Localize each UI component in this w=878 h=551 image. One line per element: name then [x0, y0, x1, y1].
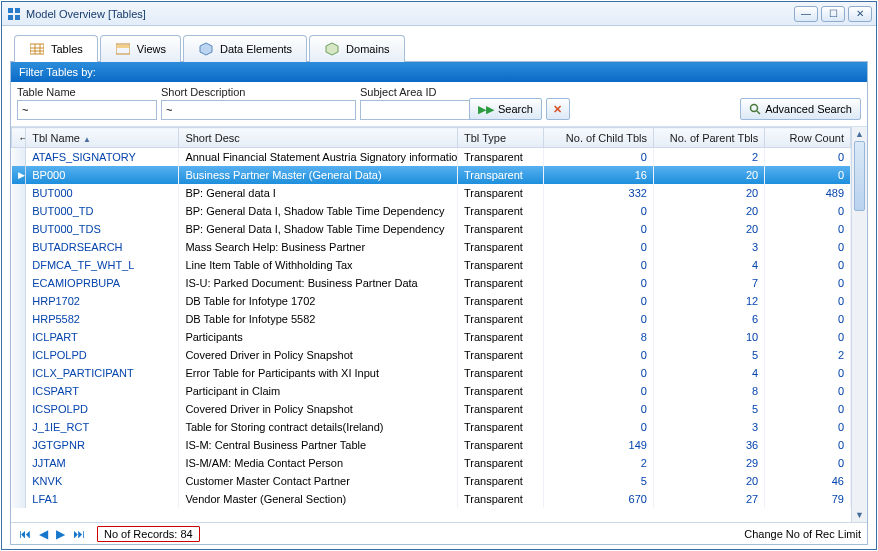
cell-parent[interactable]: 27: [653, 490, 764, 508]
change-rec-limit-link[interactable]: Change No of Rec Limit: [744, 528, 861, 540]
cell-rows[interactable]: 0: [765, 202, 851, 220]
cell-child[interactable]: 0: [543, 220, 653, 238]
cell-child[interactable]: 149: [543, 436, 653, 454]
table-row[interactable]: ICSPARTParticipant in ClaimTransparent08…: [12, 382, 851, 400]
cell-rows[interactable]: 0: [765, 382, 851, 400]
nav-first-button[interactable]: ⏮: [17, 527, 33, 541]
row-handle[interactable]: [12, 346, 26, 364]
cell-tbl-name[interactable]: BUTADRSEARCH: [26, 238, 179, 256]
row-handle[interactable]: [12, 490, 26, 508]
cell-rows[interactable]: 0: [765, 364, 851, 382]
cell-parent[interactable]: 20: [653, 472, 764, 490]
cell-parent[interactable]: 5: [653, 346, 764, 364]
table-row[interactable]: J_1IE_RCTTable for Storing contract deta…: [12, 418, 851, 436]
row-handle[interactable]: [12, 454, 26, 472]
row-handle[interactable]: [12, 382, 26, 400]
cell-child[interactable]: 0: [543, 400, 653, 418]
table-row[interactable]: BUT000BP: General data ITransparent33220…: [12, 184, 851, 202]
cell-child[interactable]: 0: [543, 274, 653, 292]
table-row[interactable]: DFMCA_TF_WHT_LLine Item Table of Withhol…: [12, 256, 851, 274]
table-row[interactable]: KNVKCustomer Master Contact PartnerTrans…: [12, 472, 851, 490]
cell-parent[interactable]: 6: [653, 310, 764, 328]
nav-prev-button[interactable]: ◀: [37, 527, 50, 541]
table-row[interactable]: BUT000_TDSBP: General Data I, Shadow Tab…: [12, 220, 851, 238]
table-row[interactable]: ATAFS_SIGNATORYAnnual Financial Statemen…: [12, 148, 851, 166]
cell-parent[interactable]: 20: [653, 184, 764, 202]
search-button[interactable]: ▶▶ Search: [469, 98, 542, 120]
row-handle[interactable]: [12, 328, 26, 346]
cell-rows[interactable]: 0: [765, 436, 851, 454]
table-row[interactable]: ICLPARTParticipantsTransparent8100: [12, 328, 851, 346]
cell-rows[interactable]: 0: [765, 454, 851, 472]
cell-rows[interactable]: 0: [765, 418, 851, 436]
cell-child[interactable]: 0: [543, 418, 653, 436]
table-row[interactable]: ▶BP000Business Partner Master (General D…: [12, 166, 851, 184]
close-button[interactable]: ✕: [848, 6, 872, 22]
col-tbl-name[interactable]: Tbl Name▲: [26, 128, 179, 148]
tab-views[interactable]: Views: [100, 35, 181, 62]
row-selector-header[interactable]: ↔: [12, 128, 26, 148]
col-row-count[interactable]: Row Count: [765, 128, 851, 148]
row-handle[interactable]: [12, 256, 26, 274]
row-handle[interactable]: [12, 202, 26, 220]
table-name-input[interactable]: [17, 100, 157, 120]
cell-rows[interactable]: 0: [765, 148, 851, 166]
cell-child[interactable]: 8: [543, 328, 653, 346]
cell-parent[interactable]: 20: [653, 220, 764, 238]
table-row[interactable]: HRP5582DB Table for Infotype 5582Transpa…: [12, 310, 851, 328]
tab-data-elements[interactable]: Data Elements: [183, 35, 307, 62]
col-child-tables[interactable]: No. of Child Tbls: [543, 128, 653, 148]
cell-tbl-name[interactable]: ECAMIOPRBUPA: [26, 274, 179, 292]
table-row[interactable]: ICLX_PARTICIPANTError Table for Particip…: [12, 364, 851, 382]
cell-child[interactable]: 0: [543, 148, 653, 166]
table-row[interactable]: BUTADRSEARCHMass Search Help: Business P…: [12, 238, 851, 256]
cell-tbl-name[interactable]: ICLPART: [26, 328, 179, 346]
row-handle[interactable]: [12, 400, 26, 418]
cell-tbl-name[interactable]: BUT000_TDS: [26, 220, 179, 238]
cell-child[interactable]: 16: [543, 166, 653, 184]
row-handle[interactable]: [12, 472, 26, 490]
cell-tbl-name[interactable]: BUT000_TD: [26, 202, 179, 220]
cell-tbl-name[interactable]: HRP1702: [26, 292, 179, 310]
minimize-button[interactable]: —: [794, 6, 818, 22]
row-handle[interactable]: [12, 292, 26, 310]
table-row[interactable]: JJTAMIS-M/AM: Media Contact PersonTransp…: [12, 454, 851, 472]
row-handle[interactable]: [12, 148, 26, 166]
cell-child[interactable]: 0: [543, 238, 653, 256]
nav-next-button[interactable]: ▶: [54, 527, 67, 541]
table-row[interactable]: BUT000_TDBP: General Data I, Shadow Tabl…: [12, 202, 851, 220]
cell-rows[interactable]: 0: [765, 238, 851, 256]
table-row[interactable]: ICLPOLPDCovered Driver in Policy Snapsho…: [12, 346, 851, 364]
cell-parent[interactable]: 2: [653, 148, 764, 166]
cell-tbl-name[interactable]: ICSPART: [26, 382, 179, 400]
cell-rows[interactable]: 46: [765, 472, 851, 490]
table-row[interactable]: ICSPOLPDCovered Driver in Policy Snapsho…: [12, 400, 851, 418]
cell-tbl-name[interactable]: J_1IE_RCT: [26, 418, 179, 436]
row-handle[interactable]: [12, 238, 26, 256]
col-tbl-type[interactable]: Tbl Type: [458, 128, 544, 148]
maximize-button[interactable]: ☐: [821, 6, 845, 22]
cell-parent[interactable]: 36: [653, 436, 764, 454]
cell-child[interactable]: 0: [543, 292, 653, 310]
cell-tbl-name[interactable]: LFA1: [26, 490, 179, 508]
row-handle[interactable]: [12, 418, 26, 436]
scroll-up-arrow[interactable]: ▲: [852, 127, 867, 141]
row-handle[interactable]: [12, 364, 26, 382]
cell-parent[interactable]: 4: [653, 364, 764, 382]
table-row[interactable]: LFA1Vendor Master (General Section)Trans…: [12, 490, 851, 508]
col-parent-tables[interactable]: No. of Parent Tbls: [653, 128, 764, 148]
tab-tables[interactable]: Tables: [14, 35, 98, 62]
cell-tbl-name[interactable]: BP000: [26, 166, 179, 184]
row-handle[interactable]: [12, 310, 26, 328]
cell-tbl-name[interactable]: DFMCA_TF_WHT_L: [26, 256, 179, 274]
scroll-down-arrow[interactable]: ▼: [852, 508, 867, 522]
cell-tbl-name[interactable]: JGTGPNR: [26, 436, 179, 454]
cell-child[interactable]: 0: [543, 364, 653, 382]
cell-rows[interactable]: 0: [765, 256, 851, 274]
row-handle[interactable]: [12, 184, 26, 202]
cell-parent[interactable]: 7: [653, 274, 764, 292]
cell-rows[interactable]: 79: [765, 490, 851, 508]
table-row[interactable]: ECAMIOPRBUPAIS-U: Parked Document: Busin…: [12, 274, 851, 292]
scroll-thumb[interactable]: [854, 141, 865, 211]
cell-rows[interactable]: 2: [765, 346, 851, 364]
